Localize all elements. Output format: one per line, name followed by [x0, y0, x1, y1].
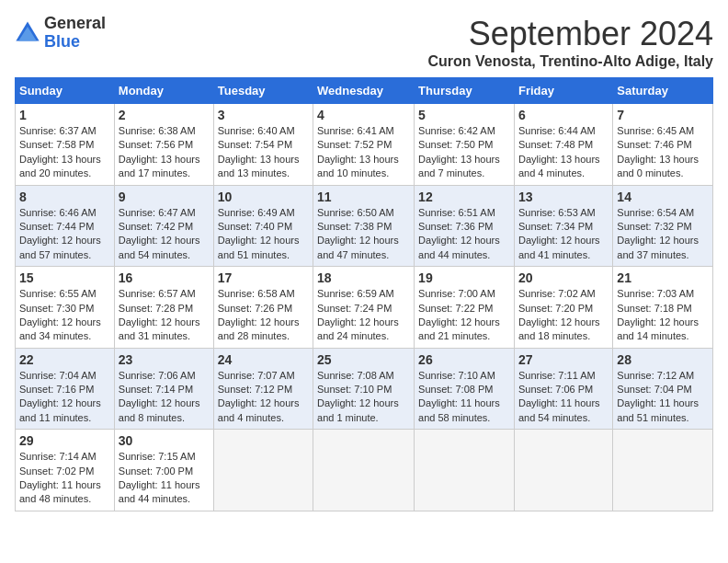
calendar-week-2: 8 Sunrise: 6:46 AM Sunset: 7:44 PM Dayli…: [16, 185, 713, 267]
calendar-cell: 15 Sunrise: 6:55 AM Sunset: 7:30 PM Dayl…: [16, 267, 115, 349]
day-info: Sunrise: 6:53 AM Sunset: 7:34 PM Dayligh…: [518, 206, 609, 263]
calendar-cell: 16 Sunrise: 6:57 AM Sunset: 7:28 PM Dayl…: [114, 267, 213, 349]
col-monday: Monday: [114, 78, 213, 104]
day-info: Sunrise: 6:37 AM Sunset: 7:58 PM Dayligh…: [19, 124, 110, 181]
day-number: 3: [218, 108, 309, 122]
day-number: 19: [418, 270, 510, 285]
calendar-cell: 30 Sunrise: 7:15 AM Sunset: 7:00 PM Dayl…: [114, 430, 213, 511]
calendar-cell: 25 Sunrise: 7:08 AM Sunset: 7:10 PM Dayl…: [313, 348, 415, 430]
day-number: 1: [19, 108, 110, 122]
calendar-cell: 26 Sunrise: 7:10 AM Sunset: 7:08 PM Dayl…: [415, 348, 515, 430]
day-info: Sunrise: 6:58 AM Sunset: 7:26 PM Dayligh…: [218, 287, 309, 344]
calendar-cell: 27 Sunrise: 7:11 AM Sunset: 7:06 PM Dayl…: [514, 348, 612, 430]
day-info: Sunrise: 6:38 AM Sunset: 7:56 PM Dayligh…: [119, 124, 210, 181]
day-info: Sunrise: 6:49 AM Sunset: 7:40 PM Dayligh…: [218, 206, 309, 263]
day-info: Sunrise: 6:46 AM Sunset: 7:44 PM Dayligh…: [19, 206, 110, 263]
day-number: 12: [418, 190, 510, 204]
month-title: September 2024: [427, 15, 713, 53]
calendar-cell: 12 Sunrise: 6:51 AM Sunset: 7:36 PM Dayl…: [415, 185, 515, 267]
calendar-cell: 10 Sunrise: 6:49 AM Sunset: 7:40 PM Dayl…: [213, 185, 313, 267]
day-info: Sunrise: 7:02 AM Sunset: 7:20 PM Dayligh…: [518, 287, 609, 344]
day-info: Sunrise: 6:51 AM Sunset: 7:36 PM Dayligh…: [418, 206, 510, 263]
day-number: 29: [19, 433, 110, 448]
day-info: Sunrise: 7:10 AM Sunset: 7:08 PM Dayligh…: [418, 369, 510, 426]
day-number: 26: [418, 352, 510, 367]
logo-general: General: [44, 15, 106, 33]
location-title: Curon Venosta, Trentino-Alto Adige, Ital…: [427, 53, 713, 70]
calendar-cell: 22 Sunrise: 7:04 AM Sunset: 7:16 PM Dayl…: [16, 348, 115, 430]
col-thursday: Thursday: [415, 78, 515, 104]
calendar-cell: 4 Sunrise: 6:41 AM Sunset: 7:52 PM Dayli…: [313, 104, 415, 186]
day-number: 25: [317, 352, 410, 367]
day-info: Sunrise: 7:11 AM Sunset: 7:06 PM Dayligh…: [518, 369, 609, 426]
calendar-cell: 17 Sunrise: 6:58 AM Sunset: 7:26 PM Dayl…: [213, 267, 313, 349]
day-number: 23: [119, 352, 210, 367]
calendar-cell: 1 Sunrise: 6:37 AM Sunset: 7:58 PM Dayli…: [16, 104, 115, 186]
day-info: Sunrise: 7:12 AM Sunset: 7:04 PM Dayligh…: [617, 369, 709, 426]
day-number: 2: [119, 108, 210, 122]
calendar-cell: 23 Sunrise: 7:06 AM Sunset: 7:14 PM Dayl…: [114, 348, 213, 430]
logo: General Blue: [15, 15, 106, 52]
calendar-cell: 19 Sunrise: 7:00 AM Sunset: 7:22 PM Dayl…: [415, 267, 515, 349]
calendar-cell: 24 Sunrise: 7:07 AM Sunset: 7:12 PM Dayl…: [213, 348, 313, 430]
calendar-week-3: 15 Sunrise: 6:55 AM Sunset: 7:30 PM Dayl…: [16, 267, 713, 349]
calendar-cell: [613, 430, 713, 511]
day-info: Sunrise: 7:03 AM Sunset: 7:18 PM Dayligh…: [617, 287, 709, 344]
calendar-cell: 3 Sunrise: 6:40 AM Sunset: 7:54 PM Dayli…: [213, 104, 313, 186]
day-info: Sunrise: 6:47 AM Sunset: 7:42 PM Dayligh…: [119, 206, 210, 263]
day-number: 16: [119, 270, 210, 285]
calendar-cell: 18 Sunrise: 6:59 AM Sunset: 7:24 PM Dayl…: [313, 267, 415, 349]
calendar-cell: 8 Sunrise: 6:46 AM Sunset: 7:44 PM Dayli…: [16, 185, 115, 267]
day-info: Sunrise: 6:41 AM Sunset: 7:52 PM Dayligh…: [317, 124, 410, 181]
day-info: Sunrise: 6:55 AM Sunset: 7:30 PM Dayligh…: [19, 287, 110, 344]
calendar-table: Sunday Monday Tuesday Wednesday Thursday…: [15, 77, 713, 511]
calendar-cell: [514, 430, 612, 511]
calendar-cell: 2 Sunrise: 6:38 AM Sunset: 7:56 PM Dayli…: [114, 104, 213, 186]
title-section: September 2024 Curon Venosta, Trentino-A…: [427, 15, 713, 70]
day-info: Sunrise: 6:44 AM Sunset: 7:48 PM Dayligh…: [518, 124, 609, 181]
day-info: Sunrise: 7:00 AM Sunset: 7:22 PM Dayligh…: [418, 287, 510, 344]
day-info: Sunrise: 7:15 AM Sunset: 7:00 PM Dayligh…: [119, 450, 210, 507]
day-number: 27: [518, 352, 609, 367]
col-tuesday: Tuesday: [213, 78, 313, 104]
day-info: Sunrise: 6:42 AM Sunset: 7:50 PM Dayligh…: [418, 124, 510, 181]
day-number: 5: [418, 108, 510, 122]
col-sunday: Sunday: [16, 78, 115, 104]
day-number: 9: [119, 190, 210, 204]
calendar-cell: 13 Sunrise: 6:53 AM Sunset: 7:34 PM Dayl…: [514, 185, 612, 267]
day-info: Sunrise: 6:45 AM Sunset: 7:46 PM Dayligh…: [617, 124, 709, 181]
calendar-week-4: 22 Sunrise: 7:04 AM Sunset: 7:16 PM Dayl…: [16, 348, 713, 430]
day-info: Sunrise: 6:57 AM Sunset: 7:28 PM Dayligh…: [119, 287, 210, 344]
day-info: Sunrise: 7:07 AM Sunset: 7:12 PM Dayligh…: [218, 369, 309, 426]
day-number: 17: [218, 270, 309, 285]
calendar-cell: 5 Sunrise: 6:42 AM Sunset: 7:50 PM Dayli…: [415, 104, 515, 186]
day-info: Sunrise: 7:14 AM Sunset: 7:02 PM Dayligh…: [19, 450, 110, 507]
day-number: 10: [218, 190, 309, 204]
day-number: 28: [617, 352, 709, 367]
calendar-cell: 28 Sunrise: 7:12 AM Sunset: 7:04 PM Dayl…: [613, 348, 713, 430]
day-info: Sunrise: 6:40 AM Sunset: 7:54 PM Dayligh…: [218, 124, 309, 181]
col-wednesday: Wednesday: [313, 78, 415, 104]
day-number: 8: [19, 190, 110, 204]
calendar-week-5: 29 Sunrise: 7:14 AM Sunset: 7:02 PM Dayl…: [16, 430, 713, 511]
calendar-cell: 9 Sunrise: 6:47 AM Sunset: 7:42 PM Dayli…: [114, 185, 213, 267]
calendar-cell: [313, 430, 415, 511]
day-info: Sunrise: 7:08 AM Sunset: 7:10 PM Dayligh…: [317, 369, 410, 426]
day-number: 21: [617, 270, 709, 285]
day-number: 13: [518, 190, 609, 204]
day-info: Sunrise: 7:06 AM Sunset: 7:14 PM Dayligh…: [119, 369, 210, 426]
day-number: 4: [317, 108, 410, 122]
calendar-cell: 29 Sunrise: 7:14 AM Sunset: 7:02 PM Dayl…: [16, 430, 115, 511]
header: General Blue September 2024 Curon Venost…: [15, 15, 713, 70]
header-row: Sunday Monday Tuesday Wednesday Thursday…: [16, 78, 713, 104]
logo-blue: Blue: [44, 33, 106, 52]
calendar-cell: [213, 430, 313, 511]
day-number: 30: [119, 433, 210, 448]
col-saturday: Saturday: [613, 78, 713, 104]
calendar-cell: 21 Sunrise: 7:03 AM Sunset: 7:18 PM Dayl…: [613, 267, 713, 349]
calendar-cell: 11 Sunrise: 6:50 AM Sunset: 7:38 PM Dayl…: [313, 185, 415, 267]
day-number: 14: [617, 190, 709, 204]
logo-icon: [15, 20, 40, 46]
day-info: Sunrise: 6:59 AM Sunset: 7:24 PM Dayligh…: [317, 287, 410, 344]
calendar-cell: 6 Sunrise: 6:44 AM Sunset: 7:48 PM Dayli…: [514, 104, 612, 186]
